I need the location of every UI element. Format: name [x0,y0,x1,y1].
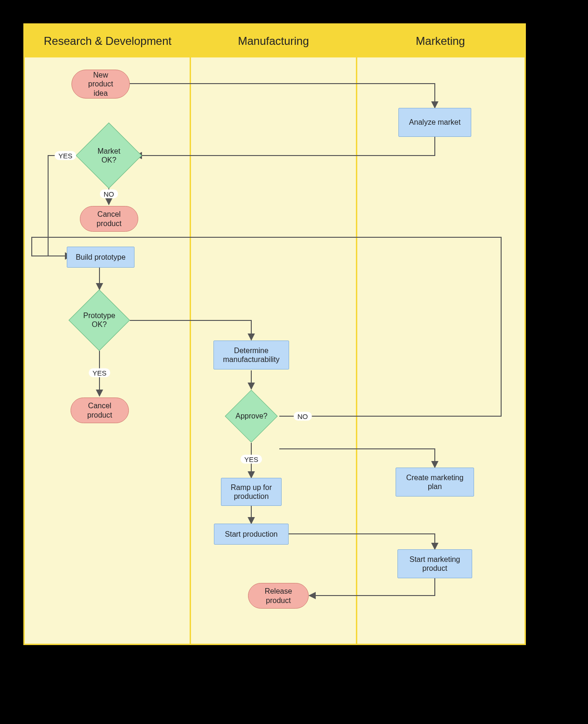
page-root: Research & Development Manufacturing Mar… [0,0,588,724]
process-build-prototype: Build prototype [67,247,135,268]
edge-label-proto-yes: YES [89,369,110,377]
process-determine-manufacturability: Determinemanufacturability [213,341,289,369]
terminator-cancel-1: Cancelproduct [80,206,138,232]
lane-header-rnd: Research & Development [25,25,191,57]
decision-prototype-ok-label: PrototypeOK? [83,311,115,329]
process-start-marketing: Start marketingproduct [397,549,472,578]
edge-label-approve-yes: YES [241,455,262,464]
edge-label-market-yes: YES [55,151,76,160]
lane-header-manufacturing: Manufacturing [191,25,356,57]
decision-approve-label: Approve? [235,412,268,420]
lane-header-marketing: Marketing [356,25,524,57]
swimlane-canvas: Research & Development Manufacturing Mar… [23,23,526,645]
terminator-new-idea: Newproductidea [71,70,130,99]
process-ramp-up: Ramp up forproduction [221,478,282,506]
lane-divider-2 [356,57,357,644]
terminator-cancel-2: Cancelproduct [71,397,129,423]
process-start-production: Start production [214,524,289,545]
process-analyze-market: Analyze market [398,108,471,137]
edge-label-approve-no: NO [294,412,312,421]
decision-market-ok-label: MarketOK? [98,147,120,164]
terminator-release: Releaseproduct [248,583,309,609]
decision-market-ok: MarketOK? [76,122,142,188]
edge-label-market-no: NO [100,190,118,199]
decision-approve: Approve? [225,390,277,442]
process-create-marketing-plan: Create marketingplan [396,468,474,497]
decision-prototype-ok: PrototypeOK? [69,290,130,351]
lane-divider-1 [190,57,191,644]
